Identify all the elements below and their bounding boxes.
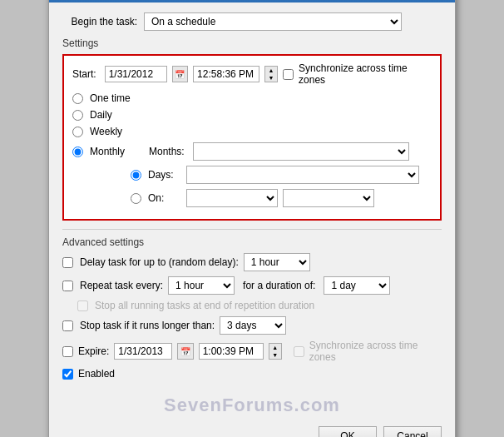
settings-section: Settings Start: 📅 ▲ ▼ Synchronize across…: [62, 37, 442, 221]
duration-select[interactable]: 1 day 1 hour: [324, 276, 390, 295]
expire-time-input[interactable]: [199, 343, 264, 360]
radio-weekly-label: Weekly: [90, 126, 136, 137]
enabled-checkbox[interactable]: [62, 369, 73, 380]
expire-date-picker-button[interactable]: 📅: [177, 343, 193, 360]
delay-task-label: Delay task for up to (random delay):: [80, 256, 239, 268]
stop-running-row: Stop all running tasks at end of repetit…: [77, 300, 442, 311]
delay-task-row: Delay task for up to (random delay): 1 h…: [62, 253, 442, 271]
delay-task-checkbox[interactable]: [62, 257, 73, 268]
start-label: Start:: [72, 68, 96, 80]
on-label: On:: [148, 192, 181, 204]
on-select-2[interactable]: [283, 189, 374, 207]
time-up-arrow[interactable]: ▲: [265, 67, 277, 74]
stop-running-label: Stop all running tasks at end of repetit…: [95, 300, 314, 311]
radio-weekly[interactable]: [72, 127, 83, 137]
sync-timezone-checkbox-top[interactable]: [283, 69, 294, 80]
days-row: Days:: [131, 166, 432, 184]
start-date-input[interactable]: [105, 66, 167, 82]
radio-one-time[interactable]: [72, 93, 83, 104]
stop-running-checkbox[interactable]: [77, 300, 88, 311]
settings-label: Settings: [62, 37, 442, 49]
radio-monthly[interactable]: [72, 146, 83, 157]
stop-longer-label: Stop task if it runs longer than:: [80, 320, 215, 331]
repeat-task-row: Repeat task every: 1 hour 30 minutes for…: [62, 276, 442, 295]
expire-label: Expire:: [78, 345, 109, 357]
expire-date-input[interactable]: [114, 343, 172, 360]
settings-box: Start: 📅 ▲ ▼ Synchronize across time zon…: [62, 54, 442, 221]
on-select-1[interactable]: [186, 189, 278, 207]
delay-select[interactable]: 1 hour 30 minutes 1 day: [244, 253, 310, 271]
on-selects: [186, 189, 374, 207]
time-spin[interactable]: ▲ ▼: [264, 66, 278, 82]
radio-daily-row: Daily: [72, 109, 432, 121]
expire-time-down[interactable]: ▼: [269, 351, 281, 359]
advanced-section: Advanced settings Delay task for up to (…: [62, 229, 442, 380]
repeat-task-label: Repeat task every:: [80, 280, 163, 291]
expire-sync-checkbox[interactable]: [294, 346, 304, 357]
expire-row: Expire: 📅 ▲ ▼ Synchronize across time zo…: [62, 340, 442, 363]
date-picker-button[interactable]: 📅: [172, 66, 188, 82]
cancel-button[interactable]: Cancel: [383, 426, 442, 437]
radio-one-time-label: One time: [90, 92, 136, 104]
on-row: On:: [131, 189, 432, 207]
begin-task-row: Begin the task: On a schedule At log on …: [62, 12, 442, 31]
begin-task-select[interactable]: On a schedule At log on At startup: [144, 12, 402, 31]
begin-task-label: Begin the task:: [62, 16, 137, 27]
radio-one-time-row: One time: [72, 92, 432, 104]
button-row: OK Cancel: [49, 420, 455, 437]
months-label: Months:: [149, 146, 185, 157]
radio-on[interactable]: [131, 193, 141, 204]
stop-longer-checkbox[interactable]: [62, 320, 73, 331]
start-time-input[interactable]: [193, 66, 259, 82]
radio-monthly-label: Monthly: [90, 146, 136, 157]
repeat-task-checkbox[interactable]: [62, 281, 73, 291]
expire-time-spin[interactable]: ▲ ▼: [269, 343, 282, 360]
expire-sync-label: Synchronize across time zones: [309, 340, 442, 363]
duration-label: for a duration of:: [243, 280, 315, 291]
stop-longer-select[interactable]: 3 days 1 day 1 hour: [220, 316, 286, 335]
ok-button[interactable]: OK: [319, 426, 377, 437]
radio-daily-label: Daily: [90, 109, 136, 121]
sync-timezone-label-top: Synchronize across time zones: [299, 62, 432, 86]
enabled-label: Enabled: [78, 368, 115, 380]
radio-daily[interactable]: [72, 110, 83, 121]
watermark: SevenForums.com: [49, 390, 455, 420]
new-trigger-dialog: New Trigger ✕ Begin the task: On a sched…: [48, 0, 456, 437]
expire-time-up[interactable]: ▲: [269, 344, 281, 351]
days-label: Days:: [148, 169, 181, 181]
repeat-select[interactable]: 1 hour 30 minutes: [168, 276, 235, 295]
enabled-row: Enabled: [62, 368, 442, 380]
months-select[interactable]: [193, 142, 409, 161]
radio-weekly-row: Weekly: [72, 126, 432, 137]
start-row: Start: 📅 ▲ ▼ Synchronize across time zon…: [72, 62, 432, 86]
time-down-arrow[interactable]: ▼: [265, 74, 277, 82]
radio-days[interactable]: [131, 170, 141, 181]
dialog-body: Begin the task: On a schedule At log on …: [49, 2, 455, 390]
advanced-label: Advanced settings: [62, 229, 442, 248]
expire-checkbox[interactable]: [62, 346, 73, 357]
stop-longer-row: Stop task if it runs longer than: 3 days…: [62, 316, 442, 335]
days-select[interactable]: [186, 166, 419, 184]
radio-monthly-row: Monthly Months:: [72, 142, 432, 161]
